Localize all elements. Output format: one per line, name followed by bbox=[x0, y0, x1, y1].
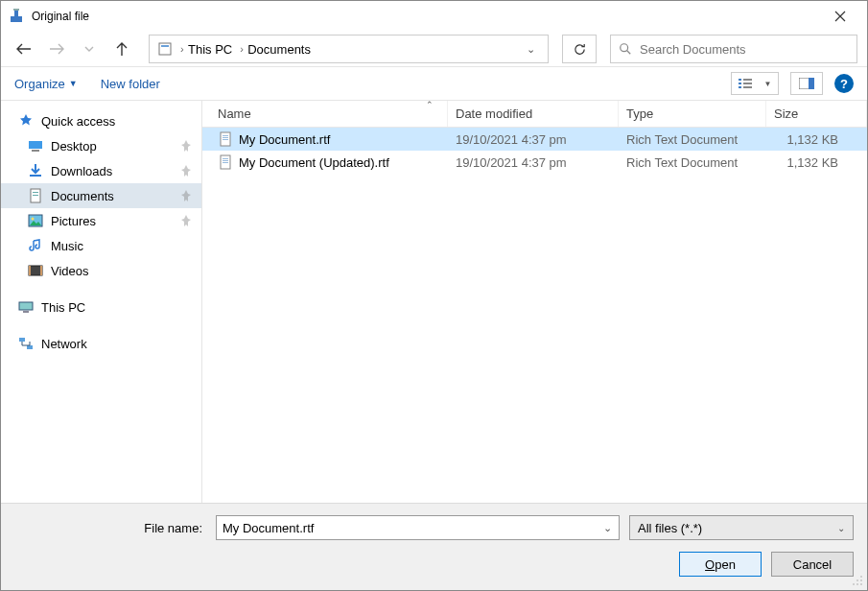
footer: File name: ⌄ All files (*.*) ⌄ Open Canc… bbox=[1, 503, 867, 590]
pin-icon bbox=[180, 215, 192, 226]
sidebar-network[interactable]: Network bbox=[1, 331, 201, 356]
svg-rect-16 bbox=[30, 175, 41, 177]
arrow-left-icon bbox=[16, 41, 32, 57]
filename-label: File name: bbox=[14, 521, 206, 535]
arrow-right-icon bbox=[49, 41, 64, 57]
file-type: Rich Text Document bbox=[619, 132, 766, 147]
sort-indicator-icon: ⌃ bbox=[426, 100, 434, 109]
col-name[interactable]: Name⌃ bbox=[210, 101, 448, 127]
videos-icon bbox=[28, 263, 43, 278]
sidebar-this-pc[interactable]: This PC bbox=[1, 295, 201, 319]
open-button[interactable]: Open bbox=[679, 552, 762, 577]
svg-rect-32 bbox=[223, 139, 228, 140]
svg-rect-22 bbox=[29, 266, 42, 275]
svg-rect-6 bbox=[739, 79, 741, 81]
up-button[interactable] bbox=[108, 35, 135, 62]
new-folder-button[interactable]: New folder bbox=[101, 77, 160, 91]
sidebar-item-documents[interactable]: Documents bbox=[1, 183, 201, 208]
search-input[interactable] bbox=[638, 41, 849, 58]
pin-icon bbox=[180, 190, 192, 201]
breadcrumb-dropdown[interactable]: ⌄ bbox=[517, 43, 544, 56]
file-size: 1,132 KB bbox=[766, 132, 867, 147]
help-icon: ? bbox=[840, 77, 848, 91]
svg-rect-19 bbox=[33, 195, 38, 196]
view-menu[interactable]: ▼ bbox=[731, 72, 779, 95]
app-icon bbox=[9, 9, 24, 24]
breadcrumb-this-pc[interactable]: This PC bbox=[184, 42, 236, 57]
svg-rect-11 bbox=[743, 86, 752, 88]
close-button[interactable] bbox=[821, 1, 859, 32]
folder-icon bbox=[157, 41, 173, 57]
downloads-icon bbox=[28, 163, 43, 178]
preview-pane-button[interactable] bbox=[790, 72, 823, 95]
recent-dropdown[interactable] bbox=[76, 35, 103, 62]
pin-icon bbox=[180, 140, 192, 152]
file-name: My Document.rtf bbox=[239, 132, 330, 147]
window-title: Original file bbox=[32, 10, 821, 23]
svg-point-5 bbox=[621, 44, 628, 52]
sidebar-item-label: Downloads bbox=[51, 164, 112, 178]
svg-rect-4 bbox=[161, 45, 169, 47]
table-row[interactable]: My Document (Updated).rtf19/10/2021 4:37… bbox=[202, 151, 867, 174]
svg-rect-26 bbox=[23, 311, 29, 313]
col-type[interactable]: Type bbox=[619, 101, 766, 127]
svg-rect-25 bbox=[19, 302, 33, 310]
sidebar-item-music[interactable]: Music bbox=[1, 233, 201, 258]
file-rows: My Document.rtf19/10/2021 4:37 pmRich Te… bbox=[202, 128, 867, 503]
table-row[interactable]: My Document.rtf19/10/2021 4:37 pmRich Te… bbox=[202, 128, 867, 151]
sidebar-quick-access[interactable]: Quick access bbox=[1, 108, 201, 133]
music-icon bbox=[28, 238, 43, 253]
resize-grip-icon[interactable] bbox=[852, 575, 863, 586]
svg-point-39 bbox=[860, 579, 862, 581]
svg-rect-18 bbox=[33, 192, 38, 193]
breadcrumb[interactable]: › This PC › Documents ⌄ bbox=[149, 35, 549, 63]
pc-icon bbox=[18, 299, 34, 315]
help-button[interactable]: ? bbox=[834, 74, 854, 93]
sidebar-item-desktop[interactable]: Desktop bbox=[1, 133, 201, 158]
svg-rect-14 bbox=[29, 141, 42, 149]
close-icon bbox=[834, 11, 846, 22]
svg-rect-2 bbox=[13, 9, 19, 11]
organize-menu[interactable]: Organize▼ bbox=[14, 77, 78, 91]
svg-rect-24 bbox=[40, 266, 42, 275]
chevron-down-icon: ▼ bbox=[764, 80, 772, 88]
back-button[interactable] bbox=[11, 35, 37, 62]
refresh-button[interactable] bbox=[562, 35, 597, 63]
col-modified[interactable]: Date modified bbox=[448, 101, 619, 127]
svg-rect-36 bbox=[223, 162, 228, 163]
svg-rect-10 bbox=[743, 83, 752, 84]
filter-select[interactable]: All files (*.*) ⌄ bbox=[629, 515, 854, 540]
file-icon bbox=[218, 131, 233, 147]
svg-rect-34 bbox=[223, 158, 228, 159]
filename-input[interactable] bbox=[217, 521, 596, 535]
star-icon bbox=[18, 113, 34, 129]
column-headers: Name⌃ Date modified Type Size bbox=[202, 101, 867, 128]
filename-dropdown[interactable]: ⌄ bbox=[596, 522, 619, 534]
chevron-right-icon: › bbox=[236, 43, 244, 55]
arrow-up-icon bbox=[114, 41, 129, 57]
sidebar-item-label: Videos bbox=[51, 264, 89, 278]
svg-rect-27 bbox=[19, 338, 25, 342]
file-list: Name⌃ Date modified Type Size My Documen… bbox=[202, 101, 867, 503]
svg-point-42 bbox=[860, 583, 862, 585]
chevron-down-icon: ⌄ bbox=[837, 523, 845, 533]
search-box[interactable] bbox=[610, 35, 857, 63]
sidebar-item-label: Music bbox=[51, 239, 83, 253]
col-size[interactable]: Size bbox=[766, 101, 867, 127]
sidebar-item-videos[interactable]: Videos bbox=[1, 258, 201, 283]
file-type: Rich Text Document bbox=[619, 155, 766, 170]
filename-field[interactable]: ⌄ bbox=[216, 515, 620, 540]
svg-rect-8 bbox=[739, 86, 741, 88]
svg-point-40 bbox=[853, 583, 855, 585]
search-icon bbox=[619, 42, 632, 56]
sidebar-item-label: Desktop bbox=[51, 139, 97, 154]
svg-rect-13 bbox=[809, 78, 814, 89]
body: Quick access DesktopDownloadsDocumentsPi… bbox=[1, 101, 867, 503]
sidebar-item-downloads[interactable]: Downloads bbox=[1, 158, 201, 183]
file-size: 1,132 KB bbox=[766, 155, 867, 170]
cancel-button[interactable]: Cancel bbox=[771, 552, 854, 577]
breadcrumb-documents[interactable]: Documents bbox=[244, 42, 315, 57]
sidebar-item-pictures[interactable]: Pictures bbox=[1, 208, 201, 233]
svg-point-38 bbox=[856, 579, 858, 581]
svg-rect-28 bbox=[27, 345, 33, 349]
